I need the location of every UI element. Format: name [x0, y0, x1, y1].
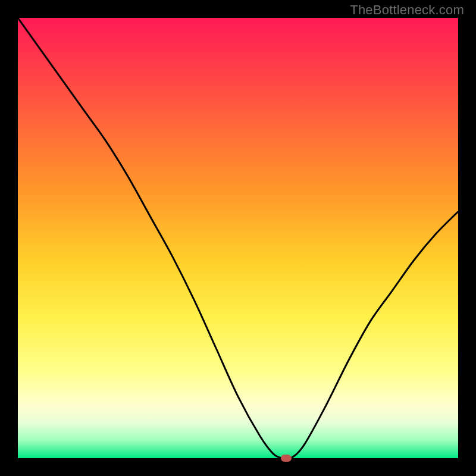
plot-area — [18, 18, 458, 458]
bottleneck-curve — [18, 18, 458, 458]
curve-path — [18, 18, 458, 458]
optimal-point-marker — [281, 455, 292, 462]
chart-frame: TheBottleneck.com — [0, 0, 476, 476]
watermark-text: TheBottleneck.com — [350, 2, 464, 18]
